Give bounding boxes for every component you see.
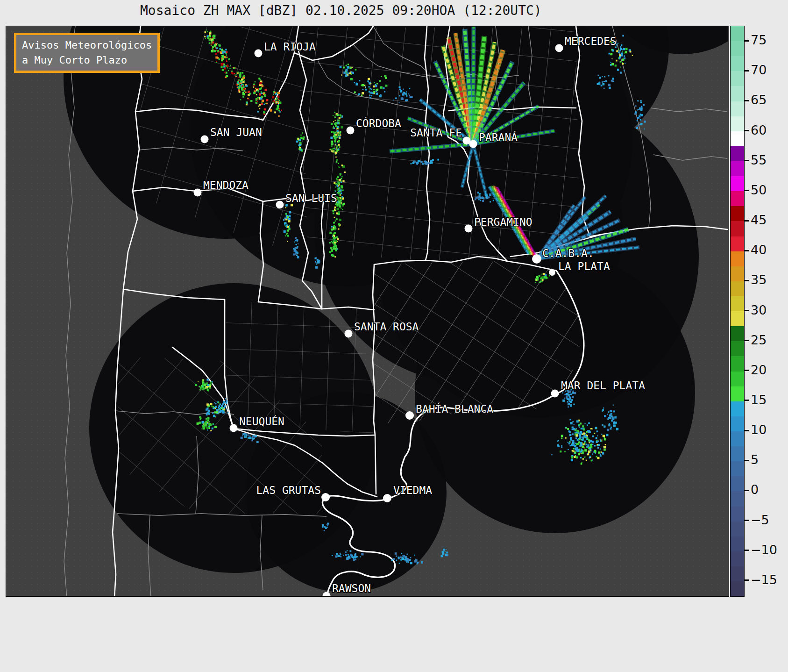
colorbar-band xyxy=(731,446,744,461)
colorbar-tick-label: 0 xyxy=(751,482,759,497)
city-label: SAN JUAN xyxy=(210,126,262,138)
colorbar-tick xyxy=(745,490,749,491)
colorbar-band xyxy=(731,296,744,311)
city-marker xyxy=(230,424,238,432)
colorbar-tick-label: 60 xyxy=(751,123,767,137)
city-marker xyxy=(255,50,263,57)
colorbar-band xyxy=(731,191,744,206)
city-marker xyxy=(194,189,202,197)
colorbar-tick-label: 10 xyxy=(751,422,767,437)
colorbar-tick-label: 45 xyxy=(751,213,767,227)
colorbar-tick-label: −10 xyxy=(751,543,777,557)
colorbar-tick-label: 5 xyxy=(751,452,759,467)
city-marker xyxy=(532,254,541,264)
city-label: SANTA ROSA xyxy=(354,321,419,333)
colorbar-band xyxy=(731,221,744,236)
colorbar-tick xyxy=(745,280,749,281)
warning-line1: Avisos Meteorológicos xyxy=(22,39,152,51)
colorbar-band xyxy=(731,56,744,71)
colorbar-band xyxy=(731,251,744,266)
city-label: BAHÍA BLANCA xyxy=(416,402,493,415)
colorbar-tick xyxy=(745,190,749,191)
colorbar-band xyxy=(731,161,744,176)
colorbar-tick xyxy=(745,160,749,161)
colorbar-tick xyxy=(745,220,749,222)
city-marker xyxy=(549,269,555,276)
colorbar-tick-label: −5 xyxy=(751,513,769,527)
colorbar-tick xyxy=(745,430,749,431)
colorbar-band xyxy=(731,116,744,131)
colorbar-band xyxy=(731,386,744,401)
colorbar-band xyxy=(731,26,744,41)
colorbar-tick xyxy=(745,520,749,521)
department-boundaries-mesh xyxy=(299,28,580,260)
colorbar-tick-label: 70 xyxy=(751,63,767,77)
city-marker xyxy=(469,140,477,148)
colorbar-tick xyxy=(745,310,749,311)
colorbar-tick-label: 50 xyxy=(751,183,767,197)
colorbar-band xyxy=(731,101,744,116)
colorbar-band xyxy=(731,341,744,356)
colorbar-tick xyxy=(745,100,749,101)
colorbar-tick xyxy=(745,340,749,341)
city-label: RAWSON xyxy=(332,582,371,594)
colorbar-band xyxy=(731,461,744,476)
colorbar-tick xyxy=(745,400,749,401)
colorbar-band xyxy=(731,281,744,296)
colorbar-band xyxy=(731,86,744,101)
city-label: MAR DEL PLATA xyxy=(561,379,645,392)
city-marker xyxy=(276,201,284,209)
city-marker xyxy=(201,136,209,143)
colorbar-band xyxy=(731,581,744,596)
colorbar-band xyxy=(731,266,744,281)
colorbar-band xyxy=(731,131,744,146)
colorbar-tick xyxy=(745,130,749,131)
city-marker xyxy=(555,44,563,52)
colorbar-band xyxy=(731,356,744,371)
colorbar-tick-label: 65 xyxy=(751,93,767,107)
colorbar-band xyxy=(731,566,744,581)
colorbar-tick-label: 15 xyxy=(751,393,767,407)
colorbar-band xyxy=(731,431,744,446)
radar-app-window: { "title": "Mosaico ZH MAX [dBZ] 02.10.2… xyxy=(0,0,788,672)
colorbar-tick-label: 75 xyxy=(751,33,767,47)
footer-logos: Servicio Meteorológico Nacional Argentin… xyxy=(0,597,788,672)
colorbar-band xyxy=(731,507,744,522)
page-title: Mosaico ZH MAX [dBZ] 02.10.2025 09:20HOA… xyxy=(140,3,542,18)
colorbar-band xyxy=(731,326,744,341)
city-marker xyxy=(321,493,330,501)
city-marker xyxy=(405,411,414,420)
city-label: MENDOZA xyxy=(203,179,248,191)
city-marker xyxy=(383,494,391,502)
city-label: LAS GRUTAS xyxy=(256,484,321,496)
colorbar-tick-label: 40 xyxy=(751,243,767,257)
colorbar-band xyxy=(731,536,744,551)
city-label: VIEDMA xyxy=(393,484,432,496)
colorbar-tick-label: 25 xyxy=(751,333,767,347)
city-label: LA PLATA xyxy=(558,260,610,272)
colorbar-tick xyxy=(745,40,749,42)
colorbar-tick xyxy=(745,460,749,461)
city-label: LA RIOJA xyxy=(264,41,316,53)
colorbar-band xyxy=(731,551,744,566)
colorbar-band xyxy=(731,401,744,416)
city-label: MERCEDES xyxy=(565,35,617,47)
colorbar-band xyxy=(731,311,744,326)
colorbar-band xyxy=(731,476,744,491)
colorbar-tick-label: −15 xyxy=(751,572,777,587)
colorbar-band xyxy=(731,236,744,251)
colorbar-tick xyxy=(745,579,749,581)
colorbar-band xyxy=(731,491,744,506)
city-label: C.A.B.A. xyxy=(542,247,594,259)
colorbar-band xyxy=(731,372,744,386)
city-label: SANTA FE xyxy=(410,127,462,139)
colorbar-band xyxy=(731,416,744,431)
colorbar-tick xyxy=(745,370,749,371)
colorbar-band xyxy=(731,206,744,221)
dbz-colorbar xyxy=(730,26,745,597)
radar-map: LA RIOJAMERCEDESSAN JUANCÓRDOBASANTA FEP… xyxy=(6,26,729,597)
colorbar-band xyxy=(731,522,744,536)
city-label: NEUQUÉN xyxy=(239,415,284,428)
colorbar-band xyxy=(731,146,744,161)
city-marker xyxy=(345,330,353,338)
